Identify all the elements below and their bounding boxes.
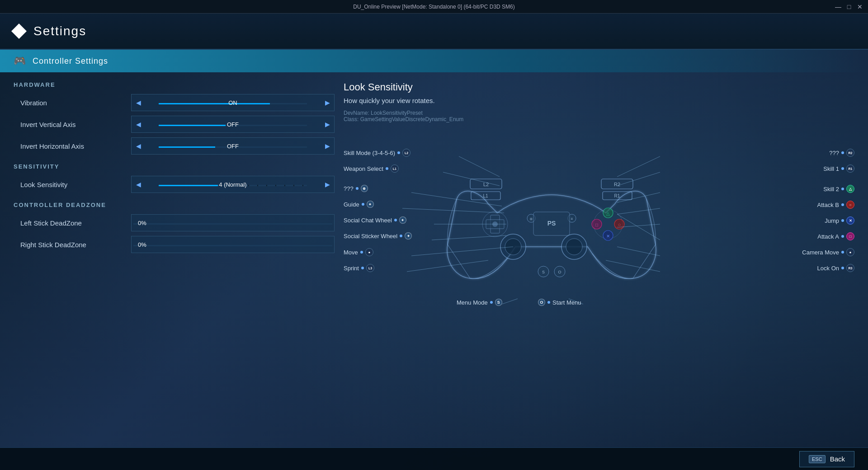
title-bar: DU_Online Preview [NetMode: Standalone 0… [0,0,868,14]
svg-text:△: △ [606,211,610,216]
start-menu-badge: O [538,299,545,306]
skill-mode-dot [397,151,400,154]
social-chat-dot [394,219,397,221]
skill2-dot [841,188,844,190]
invert-horizontal-value: OFF [145,143,321,150]
close-button[interactable]: ✕ [856,3,863,10]
svg-point-34 [492,221,498,227]
guide-dot [362,203,364,206]
menu-mode-dot [490,301,493,304]
invert-horizontal-control[interactable]: ◀ OFF ▶ [131,137,335,155]
back-button[interactable]: ESC Back [799,451,854,467]
skill1-badge: R1 [846,164,854,173]
invert-horizontal-arrow-left[interactable]: ◀ [132,138,145,154]
attack-a-text: Attack A [817,233,839,240]
label-question-left: ??? ⊕ [344,185,368,192]
maximize-button[interactable]: □ [845,3,853,10]
svg-text:O: O [558,270,561,274]
sensitivity-info: Look Sensitivity How quickly your view r… [344,81,854,122]
camera-move-text: Camera Move [802,249,839,256]
label-attack-a: □ Attack A [817,232,854,240]
right-stick-dz-row: Right Stick DeadZone 0% [14,235,335,254]
weapon-select-dot [386,167,388,170]
label-sprint: Sprint L3 [344,264,374,272]
skill2-badge: △ [846,185,854,193]
lock-on-dot [841,267,844,269]
skill1-dot [841,167,844,170]
sensitivity-group-label: SENSITIVITY [14,163,335,170]
label-lock-on: R3 Lock On [817,264,854,272]
logo-diamond [11,24,27,39]
look-sensitivity-arrow-right[interactable]: ▶ [321,176,334,193]
label-skill-mode: Skill Mode (3-4-5-6) L2 [344,149,410,157]
move-dot [360,251,363,254]
bottom-bar: ESC Back [0,447,868,470]
info-devname: DevName: LookSensitivityPreset [344,110,854,116]
svg-text:○: ○ [618,222,621,227]
skill2-text: Skill 2 [823,186,839,193]
look-sensitivity-arrow-left[interactable]: ◀ [132,176,145,193]
social-chat-badge: ✦ [399,216,406,224]
skill-mode-badge: L2 [402,149,410,157]
label-attack-b: ○ Attack B [817,201,854,209]
svg-text:⊞: ⊞ [530,217,533,221]
invert-vertical-arrow-right[interactable]: ▶ [321,116,334,132]
vibration-control[interactable]: ◀ ON ▶ [131,94,335,111]
window-controls: — □ ✕ [835,3,863,10]
invert-horizontal-label: Invert Horizontal Axis [14,142,131,150]
label-skill1: R1 Skill 1 [823,164,854,173]
sprint-badge: L3 [366,264,374,272]
weapon-select-badge: L1 [391,164,399,173]
vibration-value: ON [145,99,321,106]
look-sensitivity-control[interactable]: ◀ 4 (Normal) ▶ [131,176,335,193]
label-camera-move: ● Camera Move [802,248,854,256]
info-description: How quickly your view rotates. [344,97,854,104]
label-jump: ✕ Jump [825,216,854,225]
right-stick-dz-control[interactable]: 0% [131,236,335,253]
attack-b-badge: ○ [846,201,854,209]
invert-vertical-row: Invert Vertical Axis ◀ OFF ▶ [14,115,335,133]
jump-badge: ✕ [846,216,854,225]
menu-mode-text: Menu Mode [457,299,488,306]
vibration-arrow-left[interactable]: ◀ [132,94,145,111]
controller-icon: 🎮 [14,55,26,67]
social-sticker-badge: ✦ [405,232,412,240]
section-title: Controller Settings [33,56,108,66]
guide-badge: ✦ [367,201,374,208]
move-text: Move [344,249,358,256]
back-label: Back [830,455,845,463]
invert-vertical-control[interactable]: ◀ OFF ▶ [131,116,335,133]
question-right-text: ??? [829,150,839,156]
move-badge: ● [365,248,373,256]
invert-horizontal-arrow-right[interactable]: ▶ [321,138,334,154]
svg-point-14 [566,239,582,255]
right-stick-dz-value: 0% [132,241,334,248]
svg-text:≡: ≡ [571,217,573,221]
vibration-arrow-right[interactable]: ▶ [321,94,334,111]
look-sensitivity-label: Look Sensitivity [14,181,131,188]
lock-on-badge: R3 [846,264,854,272]
guide-text: Guide [344,201,359,208]
svg-text:L1: L1 [483,193,488,198]
label-weapon-select: Weapon Select L1 [344,164,399,173]
weapon-select-text: Weapon Select [344,165,383,172]
start-menu-text: Start Menu [552,299,581,306]
lock-on-text: Lock On [817,265,839,272]
minimize-button[interactable]: — [835,3,842,10]
attack-b-dot [841,203,844,206]
sprint-dot [361,267,364,269]
window-title: DU_Online Preview [NetMode: Standalone 0… [353,4,515,10]
label-guide: Guide ✦ [344,201,374,208]
label-move: Move ● [344,248,373,256]
left-stick-dz-label: Left Stick DeadZone [14,219,131,227]
jump-text: Jump [825,217,839,224]
svg-text:PS: PS [547,220,556,227]
social-chat-text: Social Chat Wheel [344,217,392,224]
left-stick-dz-control[interactable]: 0% [131,214,335,231]
sprint-text: Sprint [344,265,359,272]
invert-vertical-arrow-left[interactable]: ◀ [132,116,145,132]
question-left-dot [356,187,359,190]
invert-vertical-value: OFF [145,121,321,128]
svg-text:S: S [542,270,545,274]
vibration-row: Vibration ◀ ON ▶ [14,94,335,112]
